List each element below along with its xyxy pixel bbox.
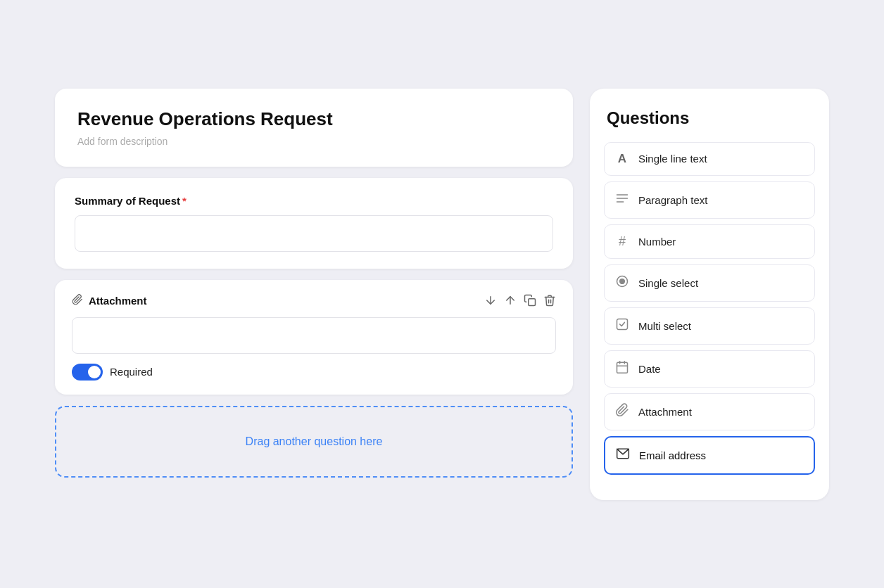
drag-zone-text: Drag another question here [246, 435, 383, 448]
date-icon [614, 360, 630, 378]
question-item-number[interactable]: # Number [604, 224, 815, 259]
attachment-icon [614, 403, 630, 421]
form-title: Revenue Operations Request [77, 108, 550, 130]
email-address-label: Email address [639, 449, 706, 461]
question-item-single-line-text[interactable]: A Single line text [604, 142, 815, 176]
attachment-actions [484, 294, 556, 307]
number-label: Number [638, 236, 676, 248]
single-line-text-label: Single line text [638, 153, 707, 165]
single-select-label: Single select [638, 277, 698, 289]
question-item-date[interactable]: Date [604, 350, 815, 388]
multi-select-label: Multi select [638, 320, 691, 332]
question-item-single-select[interactable]: Single select [604, 264, 815, 302]
delete-icon[interactable] [543, 294, 556, 307]
svg-rect-8 [617, 319, 628, 329]
attachment-card: Attachment [55, 280, 573, 395]
question-item-email-address[interactable]: Email address [604, 436, 815, 475]
attachment-question-label: Attachment [638, 406, 692, 418]
summary-field-card: Summary of Request* [55, 178, 573, 269]
form-description[interactable]: Add form description [77, 136, 550, 147]
required-indicator: * [182, 195, 187, 207]
number-icon: # [614, 234, 630, 249]
left-panel: Revenue Operations Request Add form desc… [55, 89, 573, 500]
date-label: Date [638, 363, 661, 375]
svg-rect-9 [617, 362, 628, 373]
single-line-text-icon: A [614, 152, 630, 166]
svg-rect-2 [529, 299, 536, 306]
main-container: Revenue Operations Request Add form desc… [55, 89, 829, 500]
duplicate-icon[interactable] [524, 294, 536, 307]
required-toggle-row: ✓ Required [72, 364, 556, 381]
attachment-input[interactable] [72, 317, 556, 354]
single-select-icon [614, 274, 630, 292]
paragraph-text-icon [614, 191, 630, 209]
move-up-icon[interactable] [504, 294, 517, 307]
title-card: Revenue Operations Request Add form desc… [55, 89, 573, 167]
summary-field-label: Summary of Request* [75, 195, 553, 207]
right-panel: Questions A Single line text Paragraph t… [590, 89, 829, 500]
multi-select-icon [614, 317, 630, 335]
question-item-attachment[interactable]: Attachment [604, 393, 815, 430]
question-item-multi-select[interactable]: Multi select [604, 307, 815, 345]
email-icon [615, 447, 631, 464]
required-toggle[interactable]: ✓ [72, 364, 103, 381]
paragraph-text-label: Paragraph text [638, 194, 707, 206]
required-label: Required [110, 366, 153, 378]
drag-zone[interactable]: Drag another question here [55, 406, 573, 478]
question-item-paragraph-text[interactable]: Paragraph text [604, 181, 815, 219]
attachment-label: Attachment [89, 295, 147, 307]
attachment-header: Attachment [72, 294, 556, 307]
summary-input[interactable] [75, 215, 553, 252]
questions-title: Questions [604, 108, 815, 128]
attachment-title-row: Attachment [72, 294, 147, 307]
move-down-icon[interactable] [484, 294, 497, 307]
paperclip-icon [72, 294, 83, 307]
